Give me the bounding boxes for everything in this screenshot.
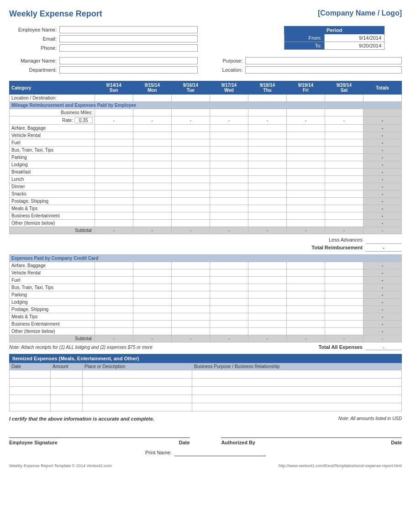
loc-tue[interactable] [171, 95, 210, 102]
employee-sig-line [9, 429, 190, 438]
employee-date-label: Date [179, 440, 190, 445]
dinner-label: Dinner [10, 183, 95, 190]
rate-sun: - [95, 116, 133, 125]
loc-mon[interactable] [133, 95, 171, 102]
itemized-amount-col: Amount [51, 363, 83, 370]
reimbursement-summary: Less Advances Total Reimbursement - [309, 236, 402, 252]
total-all-label: Total All Expenses [318, 344, 363, 350]
location-dest-label: Location / Destination: [10, 95, 95, 102]
table-row: Business Entertainment - [10, 212, 402, 220]
from-value: 9/14/2014 [325, 34, 385, 42]
table-row: Snacks - [10, 190, 402, 198]
rate-sat: - [325, 116, 363, 125]
postage-label: Postage, Shipping [10, 198, 95, 205]
breakfast-label: Breakfast [10, 169, 95, 176]
miles-fri[interactable] [286, 109, 325, 116]
email-label: Email: [9, 36, 59, 42]
miles-wed[interactable] [210, 109, 248, 116]
to-label: To: [285, 42, 325, 50]
col-fri: 9/19/14Fri [286, 81, 325, 95]
section1-header-row: Mileage Reimbursement and Expenses Paid … [10, 102, 402, 109]
col-sun: 9/14/14Sun [95, 81, 133, 95]
itemized-purpose-col: Business Purpose / Business Relationship [192, 363, 402, 370]
cc-other-label: Other (Itemize below) [10, 327, 95, 335]
lodging-label: Lodging [10, 161, 95, 169]
cc-lodging-label: Lodging [10, 298, 95, 306]
less-advances-value[interactable] [365, 236, 402, 243]
col-sat: 9/20/14Sat [325, 81, 363, 95]
table-row: Fuel - [10, 276, 402, 284]
authorized-date-label: Date [391, 440, 402, 445]
cc-airfare-label: Airfare, Baggage [10, 262, 95, 269]
business-miles-label: Business Miles: [10, 109, 95, 116]
section2-header-row: Expenses Paid by Company Credit Card [10, 254, 402, 262]
miles-sun[interactable] [95, 109, 133, 116]
rate-thu: - [248, 116, 286, 125]
itemized-table: Itemized Expenses (Meals, Entertainment,… [9, 354, 402, 411]
miles-mon[interactable] [133, 109, 171, 116]
phone-input[interactable] [59, 44, 198, 52]
receipt-note: Note: Attach receipts for (1) ALL lodgin… [9, 345, 153, 350]
cc-postage-label: Postage, Shipping [10, 306, 95, 313]
miles-sat[interactable] [325, 109, 363, 116]
business-miles-row: Business Miles: [10, 109, 402, 116]
less-advances-label: Less Advances [309, 236, 365, 243]
table-row: Breakfast - [10, 169, 402, 176]
itemized-col-headers: Date Amount Place or Description Busines… [10, 363, 402, 370]
manager-name-input[interactable] [59, 57, 198, 64]
loc-sat[interactable] [325, 95, 363, 102]
itemized-header: Itemized Expenses (Meals, Entertainment,… [10, 354, 402, 363]
rate-value: 0.35 [74, 117, 93, 123]
loc-total [363, 95, 401, 102]
other-emp-label: Other (Itemize below) [10, 220, 95, 227]
table-row: Business Entertainment - [10, 320, 402, 327]
miles-tue[interactable] [171, 109, 210, 116]
rate-label: Rate: [62, 118, 73, 123]
purpose-label: Purpose: [213, 58, 245, 63]
snacks-label: Snacks [10, 190, 95, 198]
col-tue: 9/16/14Tue [171, 81, 210, 95]
employee-name-input[interactable] [59, 26, 198, 33]
loc-wed[interactable] [210, 95, 248, 102]
list-item [10, 378, 402, 386]
fuel-label: Fuel [10, 139, 95, 147]
phone-label: Phone: [9, 45, 59, 51]
rate-wed: - [210, 116, 248, 125]
credit-card-table: Expenses Paid by Company Credit Card Air… [9, 254, 402, 342]
email-input[interactable] [59, 35, 198, 42]
print-name-input[interactable] [174, 449, 266, 456]
expense-table: Category 9/14/14Sun 9/15/14Mon 9/16/14Tu… [9, 81, 402, 234]
col-category: Category [10, 81, 95, 95]
loc-sun[interactable] [95, 95, 133, 102]
table-row: Airfare, Baggage - [10, 262, 402, 269]
table-row: Lodging - [10, 298, 402, 306]
itemized-header-row: Itemized Expenses (Meals, Entertainment,… [10, 354, 402, 363]
purpose-input[interactable] [245, 57, 402, 64]
location-input[interactable] [245, 66, 402, 74]
loc-thu[interactable] [248, 95, 286, 102]
subtotal-row-1: Subtotal - - - - - - - - [10, 227, 402, 234]
vehicle-label: Vehicle Rental [10, 132, 95, 139]
miles-thu[interactable] [248, 109, 286, 116]
meals-tips-label: Meals & Tips [10, 205, 95, 212]
department-input[interactable] [59, 66, 198, 74]
table-row: Postage, Shipping - [10, 306, 402, 313]
employee-name-label: Employee Name: [9, 27, 59, 32]
print-name-label: Print Name: [145, 450, 172, 455]
table-row: Meals & Tips - [10, 313, 402, 320]
list-item [10, 370, 402, 378]
col-thu: 9/18/14Thu [248, 81, 286, 95]
col-mon: 9/15/14Mon [133, 81, 171, 95]
department-label: Department: [9, 67, 59, 73]
rate-tue: - [171, 116, 210, 125]
rate-row: Rate: 0.35 - - - - - - - - [10, 116, 402, 125]
total-all-value: - [365, 344, 402, 350]
table-row: Postage, Shipping - [10, 198, 402, 205]
company-name: [Company Name / Logo] [318, 9, 402, 17]
table-row: Lodging - [10, 161, 402, 169]
loc-fri[interactable] [286, 95, 325, 102]
authorized-by-label: Authorized By [221, 440, 255, 445]
location-row: Location / Destination: [10, 95, 402, 102]
itemized-date-col: Date [10, 363, 51, 370]
col-totals: Totals [363, 81, 401, 95]
